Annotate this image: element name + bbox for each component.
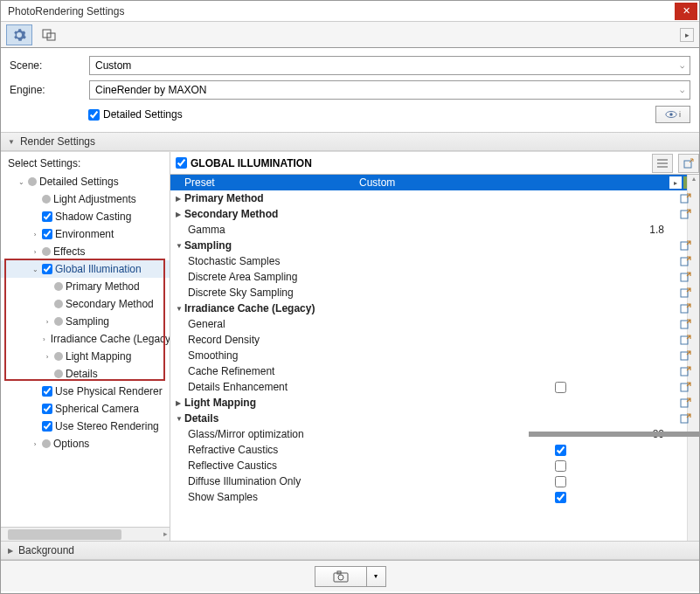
tree-label: Secondary Method [66, 298, 154, 310]
action-icon[interactable] [680, 239, 692, 252]
action-icon[interactable] [680, 412, 692, 425]
engine-select[interactable]: CineRender by MAXON ⌵ [89, 80, 690, 100]
action-icon[interactable] [680, 302, 692, 314]
action-icon[interactable] [680, 208, 692, 220]
tree-checkbox[interactable] [42, 386, 52, 397]
property-row[interactable]: Stochastic Samples [170, 253, 699, 269]
expand-toggle[interactable]: › [31, 440, 39, 448]
property-row[interactable]: Reflective Caustics [170, 458, 699, 473]
tree-item[interactable]: ›Options [1, 435, 170, 452]
chevron-right-icon[interactable]: ▸ [680, 28, 694, 42]
property-group[interactable]: ▶Light Mapping [170, 395, 699, 411]
gi-enable-checkbox[interactable] [176, 157, 187, 169]
property-row[interactable]: Smoothing [170, 348, 699, 363]
expand-toggle[interactable]: ⌄ [17, 178, 25, 186]
action-icon[interactable] [680, 271, 692, 283]
detailed-settings-checkbox[interactable] [88, 109, 100, 121]
close-button[interactable]: ✕ [675, 3, 697, 20]
property-checkbox[interactable] [555, 460, 566, 472]
tree-item[interactable]: Primary Method [1, 278, 170, 295]
property-checkbox[interactable] [555, 445, 566, 456]
render-button[interactable] [315, 566, 367, 587]
expand-toggle[interactable]: ▼ [176, 305, 184, 313]
render-settings-header[interactable]: ▼ Render Settings [1, 132, 699, 151]
action-icon[interactable] [680, 192, 692, 204]
property-row[interactable]: Discrete Area Sampling [170, 269, 699, 285]
property-group[interactable]: ▼Sampling [170, 238, 699, 253]
property-row[interactable]: Diffuse Illumination Only [170, 473, 699, 489]
expand-toggle[interactable]: ▼ [176, 242, 184, 250]
action-icon[interactable] [680, 287, 692, 299]
action-icon[interactable] [680, 365, 692, 377]
property-checkbox[interactable] [555, 476, 566, 487]
tree-item[interactable]: Secondary Method [1, 295, 170, 313]
tree-item[interactable]: Use Physical Renderer [1, 383, 170, 400]
tree-item[interactable]: ›Irradiance Cache (Legacy) [1, 330, 170, 348]
scrollbar-thumb[interactable] [8, 529, 121, 540]
list-view-button[interactable] [652, 154, 673, 173]
property-group[interactable]: ▼Details [170, 411, 699, 426]
property-row[interactable]: Cache Refinement [170, 363, 699, 379]
tree-item[interactable]: ›Sampling [1, 313, 170, 330]
property-group[interactable]: ▶Primary Method [170, 190, 699, 206]
tree-item[interactable]: ⌄Global Illumination [1, 260, 170, 278]
action-icon[interactable] [680, 349, 692, 362]
property-row[interactable]: Gamma1.8 [170, 222, 699, 238]
tree-item[interactable]: Shadow Casting [1, 208, 170, 225]
property-group[interactable]: ▼Irradiance Cache (Legacy) [170, 300, 699, 316]
tree-item[interactable]: Light Adjustments [1, 190, 170, 208]
tree-item[interactable]: Use Stereo Rendering [1, 418, 170, 435]
tree-item[interactable]: ›Light Mapping [1, 348, 170, 365]
tree-item[interactable]: Spherical Camera [1, 400, 170, 418]
expand-toggle[interactable]: ⌄ [31, 266, 39, 273]
property-row[interactable]: Discrete Sky Sampling [170, 285, 699, 300]
tree-item[interactable]: Details [1, 365, 170, 383]
property-row[interactable]: Show Samples [170, 489, 699, 505]
settings-tab-button[interactable] [6, 24, 32, 45]
expand-toggle[interactable]: ▶ [176, 195, 184, 203]
property-list[interactable]: Preset Custom ▸ ▴ ▶Primary Method▶Second… [170, 175, 699, 541]
property-row[interactable]: Refractive Caustics [170, 442, 699, 458]
action-icon[interactable] [680, 318, 692, 330]
action-icon[interactable] [680, 397, 692, 409]
tree-item[interactable]: ›Effects [1, 243, 170, 260]
property-group[interactable]: ▶Secondary Method [170, 206, 699, 222]
horizontal-scrollbar[interactable]: ▸ [1, 527, 170, 541]
size-tab-button[interactable] [36, 24, 62, 45]
property-row[interactable]: General [170, 316, 699, 332]
property-row[interactable]: Details Enhancement [170, 379, 699, 395]
tree-checkbox[interactable] [42, 211, 52, 222]
action-icon[interactable] [680, 334, 692, 346]
expand-toggle[interactable]: ▼ [176, 415, 184, 423]
slider[interactable] [529, 432, 699, 437]
expand-toggle[interactable]: › [43, 353, 52, 361]
property-checkbox[interactable] [555, 492, 566, 503]
tree-item[interactable]: ⌄Detailed Settings [1, 173, 170, 190]
expand-toggle[interactable]: › [43, 335, 45, 343]
tree-checkbox[interactable] [42, 229, 52, 239]
scene-select[interactable]: Custom ⌵ [89, 56, 690, 75]
tree-checkbox[interactable] [42, 421, 52, 432]
tree-item[interactable]: ›Environment [1, 225, 170, 243]
svg-point-3 [669, 113, 673, 116]
right-pane: GLOBAL ILLUMINATION Preset Custom ▸ ▴ ▶P… [170, 152, 699, 541]
property-row[interactable]: Glass/Mirror optimization80 [170, 426, 699, 442]
settings-tree[interactable]: ⌄Detailed SettingsLight AdjustmentsShado… [1, 173, 170, 527]
expand-toggle[interactable]: › [43, 318, 52, 326]
property-checkbox[interactable] [555, 382, 566, 393]
render-dropdown-button[interactable]: ▾ [367, 566, 386, 587]
preset-row[interactable]: Preset Custom ▸ [170, 175, 699, 190]
expand-toggle[interactable]: ▶ [176, 211, 184, 218]
export-button[interactable] [678, 154, 699, 173]
expand-toggle[interactable]: ▶ [176, 399, 184, 407]
tree-checkbox[interactable] [42, 264, 52, 274]
preview-button[interactable]: i [655, 106, 690, 123]
action-icon[interactable] [680, 381, 692, 393]
tree-checkbox[interactable] [42, 404, 52, 414]
property-row[interactable]: Record Density [170, 332, 699, 348]
chevron-right-icon[interactable]: ▸ [669, 176, 682, 189]
expand-toggle[interactable]: › [31, 248, 39, 256]
action-icon[interactable] [680, 255, 692, 267]
expand-toggle[interactable]: › [31, 231, 39, 238]
background-header[interactable]: ▶ Background [1, 541, 699, 560]
